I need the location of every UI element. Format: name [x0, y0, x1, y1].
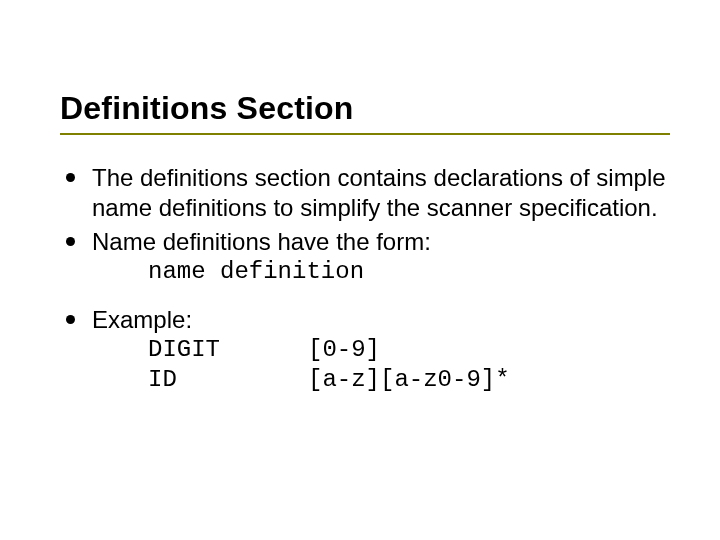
- example-def-id: [a-z][a-z0-9]*: [308, 365, 510, 395]
- spacer: [60, 291, 670, 305]
- slide: Definitions Section The definitions sect…: [0, 0, 720, 540]
- example-def-digit: [0-9]: [308, 335, 380, 365]
- bullet-item-2: Name definitions have the form: name def…: [92, 227, 670, 287]
- bullet-text-2: Name definitions have the form:: [92, 228, 431, 255]
- bullet-item-1: The definitions section contains declara…: [92, 163, 670, 223]
- slide-title: Definitions Section: [60, 90, 670, 127]
- code-name-definition: name definition: [92, 257, 670, 287]
- bullet-text-3: Example:: [92, 306, 192, 333]
- example-row-1: DIGIT [0-9]: [92, 335, 670, 365]
- title-underline: [60, 133, 670, 135]
- bullet-list-2: Example: DIGIT [0-9] ID [a-z][a-z0-9]*: [60, 305, 670, 395]
- bullet-item-3: Example: DIGIT [0-9] ID [a-z][a-z0-9]*: [92, 305, 670, 395]
- example-name-digit: DIGIT: [148, 335, 308, 365]
- bullet-list: The definitions section contains declara…: [60, 163, 670, 287]
- bullet-text-1: The definitions section contains declara…: [92, 164, 666, 221]
- example-row-2: ID [a-z][a-z0-9]*: [92, 365, 670, 395]
- example-name-id: ID: [148, 365, 308, 395]
